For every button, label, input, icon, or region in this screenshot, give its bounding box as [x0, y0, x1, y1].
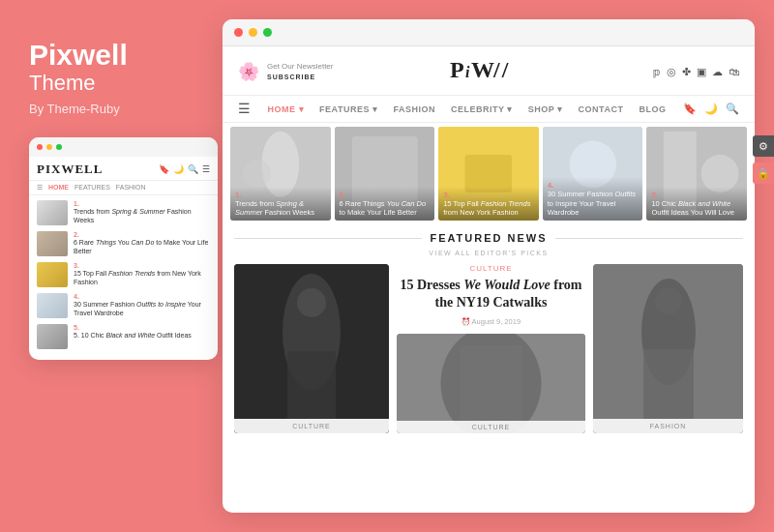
social-icon-5: ☁: [712, 66, 723, 78]
mini-bookmark-icon: 🔖: [159, 164, 169, 174]
slide-num-4: 4.: [548, 181, 639, 190]
nav-item-shop[interactable]: SHOP ▾: [528, 104, 563, 114]
hero-slide-4[interactable]: 4. 30 Summer Fashion Outfits to Inspire …: [543, 127, 643, 221]
slide-title-5: 10 Chic Black and White Outfit Ideas You…: [651, 199, 742, 219]
list-item: 4. 30 Summer Fashion Outfits to Inspire …: [37, 293, 210, 318]
mini-nav-fashion: FASHION: [116, 184, 146, 192]
mini-article-num-4: 4.: [74, 293, 210, 300]
featured-header: FEATURED NEWS: [234, 232, 743, 244]
featured-center-category: CULTURE: [397, 264, 585, 273]
featured-right-label: FASHION: [593, 419, 743, 433]
site-logo-svg: P i W //: [450, 54, 537, 83]
nav-item-home[interactable]: HOME ▾: [268, 104, 305, 114]
svg-rect-19: [287, 351, 336, 419]
mini-article-image-2: [37, 231, 68, 256]
featured-main-img: [234, 264, 389, 433]
bookmark-icon[interactable]: 🔖: [683, 103, 697, 115]
slide-num-5: 5.: [651, 191, 742, 199]
brand-name: Pixwell: [29, 39, 128, 71]
social-icon-4: ▣: [697, 66, 706, 78]
list-item: 1. Trends from Spring & Summer Fashion W…: [37, 200, 210, 225]
mini-article-title-4: 30 Summer Fashion Outfits to Inspire You…: [74, 300, 210, 317]
hero-slide-5[interactable]: 5. 10 Chic Black and White Outfit Ideas …: [646, 127, 747, 221]
main-content: 🌸 Get Our Newsletter SUBSCRIBE P i W //: [223, 46, 755, 513]
nav-items: HOME ▾ FEATURES ▾ FASHION CELEBRITY ▾ SH…: [268, 104, 667, 114]
nav-item-contact[interactable]: CONTACT: [579, 104, 624, 114]
svg-rect-26: [643, 349, 694, 419]
svg-point-18: [297, 288, 326, 317]
hamburger-icon[interactable]: ☰: [238, 101, 251, 117]
subscribe-label[interactable]: SUBSCRIBE: [267, 73, 333, 81]
nav-item-celebrity[interactable]: CELEBRITY ▾: [451, 104, 513, 114]
social-icon-1: 𝕡: [653, 66, 661, 78]
featured-subtitle[interactable]: VIEW ALL EDITOR'S PICKS: [234, 250, 743, 256]
nav-item-blog[interactable]: BLOG: [639, 104, 666, 114]
mini-article-title-3: 15 Top Fall Fashion Trends from New York…: [74, 269, 210, 286]
hero-slide-2[interactable]: 2. 6 Rare Things You Can Do to Make Your…: [335, 127, 435, 221]
newsletter-text: Get Our Newsletter SUBSCRIBE: [267, 62, 333, 80]
list-item: 2. 6 Rare Things You Can Do to Make Your…: [37, 231, 210, 256]
main-browser: 🌸 Get Our Newsletter SUBSCRIBE P i W //: [223, 19, 755, 513]
svg-text://: //: [492, 57, 510, 82]
mini-nav-features: FEATURES: [74, 184, 110, 192]
featured-title: FEATURED NEWS: [430, 232, 547, 244]
mini-moon-icon: 🌙: [173, 164, 184, 174]
brand-by: By Theme-Ruby: [29, 102, 120, 116]
main-dot-green: [263, 28, 272, 37]
mini-browser-preview: PIXWELL 🔖 🌙 🔍 ☰ ☰ HOME FEATURES FASHION …: [29, 137, 218, 360]
slide-title-2: 6 Rare Things You Can Do to Make Your Li…: [340, 199, 431, 219]
hero-slide-1[interactable]: 1. Trends from Spring & Summer Fashion W…: [230, 127, 331, 221]
gear-button[interactable]: ⚙: [753, 135, 774, 157]
social-icon-3: ✤: [682, 66, 691, 78]
social-icon-2: ◎: [667, 66, 676, 78]
nav-item-fashion[interactable]: FASHION: [393, 104, 435, 114]
featured-center-label: CULTURE: [397, 421, 585, 433]
lock-button[interactable]: 🔒: [753, 163, 774, 184]
newsletter-icon: 🌸: [238, 61, 259, 82]
mini-nav: ☰ HOME FEATURES FASHION: [29, 181, 218, 195]
site-header: 🌸 Get Our Newsletter SUBSCRIBE P i W //: [223, 46, 755, 96]
main-dot-yellow: [249, 28, 257, 37]
list-item: 5. 5. 10 Chic Black and White Outfit Ide…: [37, 324, 210, 349]
mini-header-icons: 🔖 🌙 🔍 ☰: [159, 164, 210, 174]
mini-article-image-1: [37, 200, 68, 225]
mini-dot-yellow: [46, 144, 52, 150]
slide-title-3: 15 Top Fall Fashion Trends from New York…: [443, 199, 534, 219]
hero-slide-overlay-5: 5. 10 Chic Black and White Outfit Ideas …: [646, 187, 747, 222]
mini-article-image-4: [37, 293, 68, 318]
featured-center-secondary-img[interactable]: CULTURE: [397, 334, 585, 433]
search-icon[interactable]: 🔍: [726, 103, 739, 115]
featured-section: FEATURED NEWS VIEW ALL EDITOR'S PICKS: [223, 224, 755, 513]
featured-main-article[interactable]: CULTURE: [234, 264, 389, 433]
mini-browser-header: PIXWELL 🔖 🌙 🔍 ☰: [29, 157, 218, 181]
mini-logo: PIXWELL: [37, 162, 103, 177]
featured-line-left: [234, 238, 422, 239]
hero-slide-overlay-3: 3. 15 Top Fall Fashion Trends from New Y…: [438, 187, 539, 222]
hero-slider: 1. Trends from Spring & Summer Fashion W…: [223, 123, 755, 224]
mini-nav-home: HOME: [48, 184, 69, 192]
moon-icon[interactable]: 🌙: [704, 103, 718, 115]
svg-point-25: [655, 287, 682, 314]
mini-article-num-3: 3.: [74, 262, 210, 269]
mini-nav-hamburger: ☰: [37, 184, 43, 192]
mini-dot-red: [37, 144, 43, 150]
hero-slide-overlay-1: 1. Trends from Spring & Summer Fashion W…: [230, 187, 331, 222]
site-header-left: 🌸 Get Our Newsletter SUBSCRIBE: [238, 61, 333, 82]
svg-rect-22: [460, 346, 522, 422]
mini-article-text-5: 5. 5. 10 Chic Black and White Outfit Ide…: [74, 324, 210, 340]
mini-search-icon: 🔍: [188, 164, 198, 174]
nav-item-features[interactable]: FEATURES ▾: [319, 104, 377, 114]
svg-text:P: P: [450, 57, 466, 82]
hero-slide-overlay-4: 4. 30 Summer Fashion Outfits to Inspire …: [543, 177, 643, 221]
mini-dot-green: [56, 144, 62, 150]
featured-right-article[interactable]: FASHION: [593, 264, 743, 433]
mini-article-text-4: 4. 30 Summer Fashion Outfits to Inspire …: [74, 293, 210, 317]
slide-title-1: Trends from Spring & Summer Fashion Week…: [235, 199, 326, 219]
main-browser-bar: [223, 19, 755, 46]
mini-article-num-5: 5.: [74, 324, 210, 331]
featured-grid: CULTURE CULTURE 15 Dresses We Would Love…: [234, 264, 743, 433]
featured-center-title: 15 Dresses We Would Love from the NY19 C…: [397, 277, 585, 311]
hero-slide-3[interactable]: 3. 15 Top Fall Fashion Trends from New Y…: [438, 127, 539, 221]
slide-num-2: 2.: [340, 191, 431, 199]
site-logo: P i W //: [333, 54, 653, 89]
